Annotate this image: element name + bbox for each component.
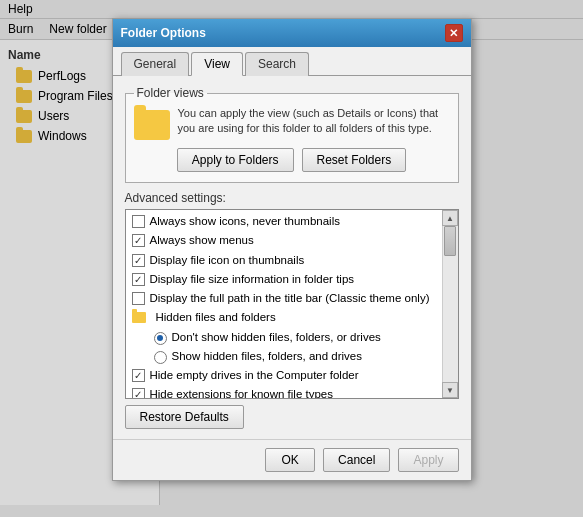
folder-views-icon: [134, 110, 170, 140]
folder-views-content: You can apply the view (such as Details …: [134, 106, 450, 140]
tab-general[interactable]: General: [121, 52, 190, 76]
checkbox-8[interactable]: ✓: [132, 369, 145, 382]
setting-label-7: Show hidden files, folders, and drives: [172, 348, 363, 365]
folder-views-legend: Folder views: [134, 86, 207, 100]
scrollbar-track[interactable]: ▲ ▼: [442, 210, 458, 398]
setting-item-7[interactable]: Show hidden files, folders, and drives: [126, 347, 442, 366]
folder-group-icon: [132, 312, 146, 323]
scrollbar-down-button[interactable]: ▼: [442, 382, 458, 398]
dialog-titlebar: Folder Options ✕: [113, 19, 471, 47]
checkbox-9[interactable]: ✓: [132, 388, 145, 398]
close-button[interactable]: ✕: [445, 24, 463, 42]
setting-item-2[interactable]: ✓ Display file icon on thumbnails: [126, 251, 442, 270]
checkbox-0[interactable]: [132, 215, 145, 228]
setting-item-9[interactable]: ✓ Hide extensions for known file types: [126, 385, 442, 398]
apply-button[interactable]: Apply: [398, 448, 458, 472]
checkbox-4[interactable]: [132, 292, 145, 305]
scrollbar-groove[interactable]: [443, 226, 458, 382]
radio-6[interactable]: [154, 332, 167, 345]
apply-to-folders-button[interactable]: Apply to Folders: [177, 148, 294, 172]
settings-list-wrapper: Always show icons, never thumbnails ✓ Al…: [125, 209, 459, 399]
setting-item-1[interactable]: ✓ Always show menus: [126, 231, 442, 250]
setting-label-8: Hide empty drives in the Computer folder: [150, 367, 359, 384]
setting-label-2: Display file icon on thumbnails: [150, 252, 305, 269]
setting-label-3: Display file size information in folder …: [150, 271, 355, 288]
scrollbar-up-button[interactable]: ▲: [442, 210, 458, 226]
dialog-title: Folder Options: [121, 26, 206, 40]
advanced-label: Advanced settings:: [125, 191, 459, 205]
setting-label-6: Don't show hidden files, folders, or dri…: [172, 329, 381, 346]
setting-item-4[interactable]: Display the full path in the title bar (…: [126, 289, 442, 308]
tab-search[interactable]: Search: [245, 52, 309, 76]
dialog-footer: OK Cancel Apply: [113, 439, 471, 480]
setting-item-0[interactable]: Always show icons, never thumbnails: [126, 212, 442, 231]
setting-item-8[interactable]: ✓ Hide empty drives in the Computer fold…: [126, 366, 442, 385]
checkbox-3[interactable]: ✓: [132, 273, 145, 286]
setting-label-4: Display the full path in the title bar (…: [150, 290, 430, 307]
checkbox-2[interactable]: ✓: [132, 254, 145, 267]
folder-views-buttons: Apply to Folders Reset Folders: [134, 148, 450, 172]
folder-views-description: You can apply the view (such as Details …: [178, 106, 450, 137]
setting-label-1: Always show menus: [150, 232, 254, 249]
cancel-button[interactable]: Cancel: [323, 448, 390, 472]
radio-7[interactable]: [154, 351, 167, 364]
tab-view[interactable]: View: [191, 52, 243, 76]
tab-bar: General View Search: [113, 47, 471, 76]
setting-label-9: Hide extensions for known file types: [150, 386, 333, 398]
folder-views-section: Folder views You can apply the view (suc…: [125, 86, 459, 183]
dialog-body: Folder views You can apply the view (suc…: [113, 76, 471, 439]
dialog-overlay: Folder Options ✕ General View Search Fol…: [0, 0, 583, 517]
setting-item-3[interactable]: ✓ Display file size information in folde…: [126, 270, 442, 289]
setting-item-5: Hidden files and folders: [126, 308, 442, 327]
setting-item-6[interactable]: Don't show hidden files, folders, or dri…: [126, 328, 442, 347]
restore-defaults-button[interactable]: Restore Defaults: [125, 405, 244, 429]
ok-button[interactable]: OK: [265, 448, 315, 472]
setting-label-5: Hidden files and folders: [156, 309, 276, 326]
scrollbar-thumb[interactable]: [444, 226, 456, 256]
settings-list[interactable]: Always show icons, never thumbnails ✓ Al…: [126, 210, 442, 398]
checkbox-1[interactable]: ✓: [132, 234, 145, 247]
radio-dot-6: [157, 335, 163, 341]
folder-options-dialog: Folder Options ✕ General View Search Fol…: [112, 18, 472, 481]
reset-folders-button[interactable]: Reset Folders: [302, 148, 407, 172]
setting-label-0: Always show icons, never thumbnails: [150, 213, 340, 230]
